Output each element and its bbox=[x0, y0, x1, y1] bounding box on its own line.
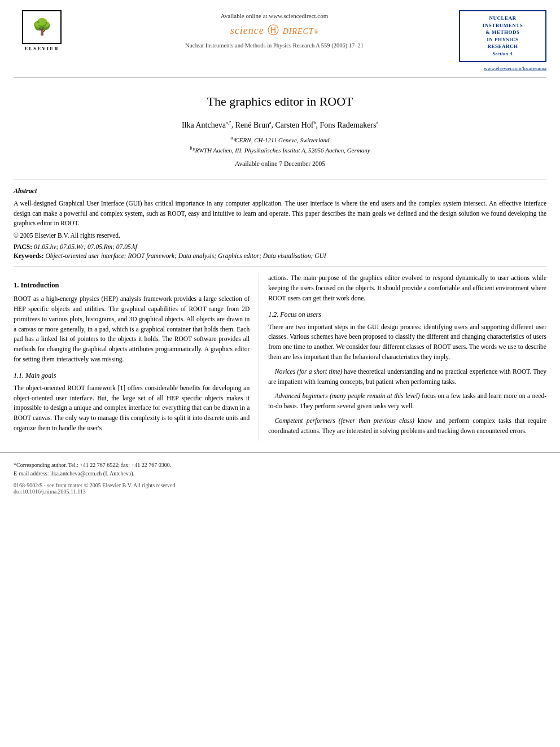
header-left: 🌳 ELSEVIER bbox=[14, 10, 93, 51]
section-1-1-heading: 1.1. Main goals bbox=[14, 372, 250, 380]
available-date: Available online 7 December 2005 bbox=[45, 160, 515, 167]
abstract-body-text: A well-designed Graphical User Interface… bbox=[14, 200, 546, 227]
footnote-corresponding: *Corresponding author. Tel.: +41 22 767 … bbox=[14, 461, 546, 478]
elsevier-tree-icon: 🌳 bbox=[32, 19, 52, 35]
elsevier-link[interactable]: www.elsevier.com/locate/nima bbox=[484, 65, 546, 71]
section-1-2-paragraph-4: Competent performers (fewer than previou… bbox=[268, 416, 546, 436]
novices-label: Novices (for a short time) bbox=[275, 368, 342, 375]
section-1-paragraph-1: ROOT as a high-energy physics (HEP) anal… bbox=[14, 294, 250, 365]
footer-license: 0168-9002/$ - see front matter © 2005 El… bbox=[14, 482, 177, 495]
corresponding-author-text: *Corresponding author. Tel.: +41 22 767 … bbox=[14, 462, 171, 468]
pacs-values: 01.05.hv; 07.05.Wr; 07.05.Rm; 07.05.kf bbox=[34, 243, 137, 250]
right-col-intro-text: actions. The main purpose of the graphic… bbox=[268, 273, 546, 303]
section-1-text: ROOT as a high-energy physics (HEP) anal… bbox=[14, 294, 250, 365]
available-online-text: Available online at www.sciencedirect.co… bbox=[93, 12, 456, 19]
keywords-values: Object-oriented user interface; ROOT fra… bbox=[46, 252, 326, 259]
header-center: Available online at www.sciencedirect.co… bbox=[93, 10, 456, 49]
advanced-label: Advanced beginners (many people remain a… bbox=[275, 392, 420, 399]
header: 🌳 ELSEVIER Available online at www.scien… bbox=[0, 0, 560, 77]
doi-text: doi:10.1016/j.nima.2005.11.113 bbox=[14, 488, 177, 495]
two-column-body: 1. Introduction ROOT as a high-energy ph… bbox=[0, 273, 560, 441]
footer: *Corresponding author. Tel.: +41 22 767 … bbox=[0, 452, 560, 500]
section-divider-2 bbox=[14, 266, 546, 267]
section-1-2-heading: 1.2. Focus on users bbox=[268, 311, 546, 319]
competent-label: Competent performers (fewer than previou… bbox=[275, 417, 414, 424]
journal-box: NUCLEAR INSTRUMENTS & METHODS IN PHYSICS… bbox=[459, 10, 546, 62]
title-section: The graphics editor in ROOT Ilka Antchev… bbox=[0, 77, 560, 173]
section-1-2-text: There are two important steps in the GUI… bbox=[268, 322, 546, 436]
header-right: NUCLEAR INSTRUMENTS & METHODS IN PHYSICS… bbox=[456, 10, 546, 71]
section-divider-1 bbox=[14, 180, 546, 180]
authors: Ilka Antchevaa,*, René Bruna, Carsten Ho… bbox=[45, 120, 515, 130]
pacs-label: PACS: bbox=[14, 243, 32, 250]
abstract-section: Abstract A well-designed Graphical User … bbox=[0, 187, 560, 259]
keywords-label: Keywords: bbox=[14, 252, 44, 259]
abstract-title: Abstract bbox=[14, 187, 546, 195]
section-1-1-paragraph-1: The object-oriented ROOT framework [1] o… bbox=[14, 383, 250, 434]
section-1-2-paragraph-1: There are two important steps in the GUI… bbox=[268, 322, 546, 362]
copyright-text: © 2005 Elsevier B.V. All rights reserved… bbox=[14, 232, 546, 239]
section-1-2-paragraph-3: Advanced beginners (many people remain a… bbox=[268, 391, 546, 412]
journal-box-title: NUCLEAR INSTRUMENTS & METHODS IN PHYSICS… bbox=[466, 15, 540, 58]
elsevier-logo: 🌳 ELSEVIER bbox=[14, 10, 70, 51]
abstract-text: A well-designed Graphical User Interface… bbox=[14, 199, 546, 229]
license-text: 0168-9002/$ - see front matter © 2005 El… bbox=[14, 482, 177, 488]
elsevier-wordmark: ELSEVIER bbox=[24, 46, 59, 51]
left-column: 1. Introduction ROOT as a high-energy ph… bbox=[14, 273, 259, 441]
footer-bottom: 0168-9002/$ - see front matter © 2005 El… bbox=[14, 482, 546, 495]
section-1-1-text: The object-oriented ROOT framework [1] o… bbox=[14, 383, 250, 434]
section-1-heading: 1. Introduction bbox=[14, 281, 250, 290]
email-text: E-mail address: ilka.antcheva@cern.ch (I… bbox=[14, 470, 134, 477]
pacs-line: PACS: 01.05.hv; 07.05.Wr; 07.05.Rm; 07.0… bbox=[14, 243, 546, 250]
section-1-2-paragraph-2: Novices (for a short time) have theoreti… bbox=[268, 367, 546, 387]
sciencedirect-logo: science Ⓗ DIRECT® bbox=[93, 23, 456, 38]
right-intro-para: actions. The main purpose of the graphic… bbox=[268, 273, 546, 303]
elsevier-logo-box: 🌳 bbox=[22, 10, 62, 44]
paper-title: The graphics editor in ROOT bbox=[45, 94, 515, 109]
affiliations: aᵃCERN, CH-1211 Geneve, Switzerland bᵇRW… bbox=[45, 135, 515, 156]
keywords-line: Keywords: Object-oriented user interface… bbox=[14, 252, 546, 259]
page: 🌳 ELSEVIER Available online at www.scien… bbox=[0, 0, 560, 747]
right-column: actions. The main purpose of the graphic… bbox=[259, 273, 546, 441]
journal-name: Nuclear Instruments and Methods in Physi… bbox=[93, 42, 456, 49]
